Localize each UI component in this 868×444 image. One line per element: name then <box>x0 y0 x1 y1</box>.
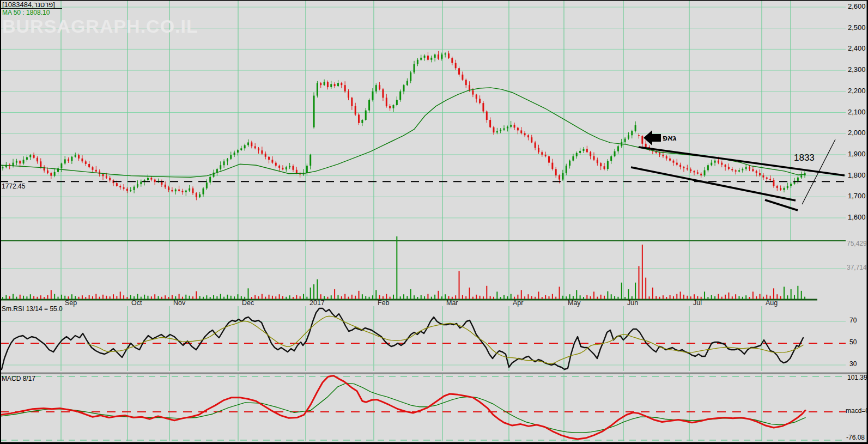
volume-bar <box>666 297 667 299</box>
volume-bar <box>583 297 584 299</box>
month-label: Apr <box>513 300 523 307</box>
volume-bar <box>562 296 563 299</box>
volume-bar <box>580 295 581 299</box>
candle-body <box>175 190 177 191</box>
candle-body <box>75 155 76 157</box>
candle-body <box>527 135 529 137</box>
volume-bar <box>379 295 380 299</box>
candle-body <box>586 149 588 152</box>
volume-bar <box>721 297 723 299</box>
candle-body <box>165 185 166 187</box>
volume-bar <box>801 291 802 299</box>
candle-body <box>265 154 266 157</box>
support-level-label: 1772.45 <box>2 183 25 190</box>
candle-body <box>721 163 723 165</box>
candle-body <box>278 166 280 168</box>
volume-bar <box>655 296 657 299</box>
volume-bar <box>617 297 618 299</box>
volume-bar <box>694 294 695 299</box>
rsi-panel-title: Sm.RSI 13/14 = 55.0 <box>2 306 63 313</box>
volume-bar <box>742 297 743 299</box>
volume-bar <box>106 296 107 299</box>
candle-body <box>109 178 111 180</box>
candle-body <box>445 53 446 54</box>
candle-body <box>718 161 719 163</box>
candle-body <box>203 188 204 194</box>
candle-body <box>617 146 619 151</box>
candle-body <box>106 176 107 178</box>
candle-body <box>465 80 467 86</box>
volume-bar <box>649 296 650 299</box>
candle-body <box>430 58 432 60</box>
volume-bar <box>237 294 238 299</box>
candle-body <box>759 173 761 175</box>
candle-body <box>438 54 439 59</box>
volume-bar <box>393 295 394 299</box>
volume-bar <box>85 297 86 299</box>
volume-bar <box>89 295 90 299</box>
candle-body <box>769 179 771 180</box>
volume-bar <box>503 295 505 299</box>
volume-bar <box>745 295 746 299</box>
candle-body <box>582 149 584 151</box>
volume-bar <box>628 289 629 299</box>
candle-body <box>244 145 246 148</box>
macd-panel-title: MACD 8/17 <box>2 375 35 382</box>
candle-body <box>576 153 578 156</box>
volume-bar <box>797 286 798 299</box>
volume-bar <box>517 295 518 299</box>
volume-bar <box>427 294 428 299</box>
watermark: BURSAGRAPH.CO.IL <box>2 16 198 37</box>
volume-bar <box>247 288 248 299</box>
volume-bar <box>123 295 124 299</box>
candle-body <box>551 163 553 169</box>
volume-bar <box>344 294 345 299</box>
chart-canvas[interactable] <box>0 0 868 444</box>
candle-body <box>766 178 768 179</box>
candle-body <box>538 148 539 153</box>
volume-bar <box>756 296 757 299</box>
candle-body <box>37 158 38 162</box>
candle-body <box>247 142 249 145</box>
candle-body <box>414 64 415 72</box>
volume-bar <box>445 294 446 299</box>
volume-bar <box>272 296 273 299</box>
top-border <box>0 0 868 1</box>
volume-bar <box>296 295 297 299</box>
volume-bar <box>375 290 377 299</box>
candle-body <box>728 167 730 169</box>
volume-bar <box>576 290 577 299</box>
candle-body <box>317 83 318 95</box>
volume-bar <box>728 293 729 299</box>
candle-body <box>261 150 263 154</box>
candle-body <box>334 84 336 86</box>
rsi-axis-label: 30 <box>849 361 857 368</box>
volume-bar <box>37 297 38 299</box>
volume-bar <box>804 297 805 299</box>
gap-annotation-label: גאפ <box>663 134 676 142</box>
volume-bar <box>486 286 487 299</box>
candle-body <box>479 99 481 103</box>
candle-body <box>150 178 152 179</box>
candle-body <box>742 169 743 170</box>
volume-bar <box>23 296 24 299</box>
candle-body <box>503 129 505 130</box>
candle-body <box>337 83 339 86</box>
month-label: Jun <box>627 300 638 307</box>
candle-body <box>752 169 754 171</box>
volume-bar <box>465 296 466 299</box>
volume-bar <box>607 291 608 299</box>
candle-body <box>500 130 501 131</box>
candle-body <box>469 85 470 90</box>
volume-bar <box>714 296 715 299</box>
volume-bar <box>293 297 294 299</box>
volume-bar <box>282 296 283 299</box>
candle-body <box>797 178 799 181</box>
candle-body <box>361 120 363 123</box>
price-axis-label: 2,500 <box>848 24 866 32</box>
candle-body <box>230 155 232 159</box>
candle-body <box>365 111 367 120</box>
volume-bar <box>303 294 304 299</box>
volume-bar <box>738 296 739 299</box>
candle-body <box>368 100 370 110</box>
